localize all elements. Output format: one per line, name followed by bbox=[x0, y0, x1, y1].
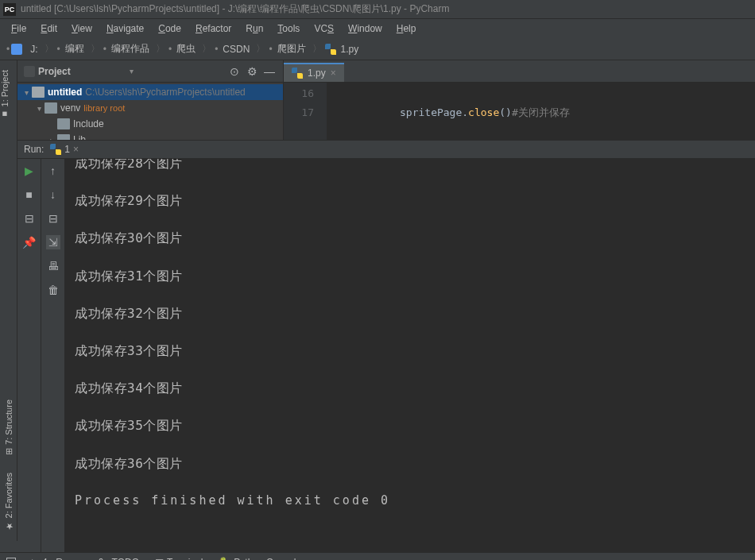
structure-tool-tab[interactable]: ⊞7: Structure bbox=[0, 393, 17, 462]
gear-icon[interactable]: ⚙ bbox=[245, 64, 259, 79]
code-editor[interactable]: 16 17 spritePage.close()#关闭并保存 ⊟print("成… bbox=[284, 83, 755, 140]
breadcrumb-disk[interactable]: J: bbox=[27, 44, 41, 55]
run-toolbar-left: ▶ ■ ⊟ 📌 bbox=[17, 159, 41, 552]
python-file-icon bbox=[50, 144, 61, 155]
line-gutter: 16 17 bbox=[284, 83, 327, 140]
breadcrumb-part[interactable]: 爬图片 bbox=[274, 42, 309, 56]
python-file-icon bbox=[292, 68, 303, 79]
console-line: 成功保存28个图片 bbox=[75, 159, 745, 171]
menu-view[interactable]: View bbox=[65, 21, 99, 36]
project-header: Project ▾ ⊙ ⚙ — bbox=[17, 60, 283, 83]
console-line: 成功保存30个图片 bbox=[75, 230, 745, 245]
console-line: 成功保存31个图片 bbox=[75, 268, 745, 284]
wrap-icon[interactable]: ⊟ bbox=[46, 211, 60, 226]
project-tree[interactable]: ▾ untitled C:\Users\lsh\PycharmProjects\… bbox=[17, 83, 283, 140]
print-icon[interactable]: 🖶 bbox=[46, 259, 60, 273]
status-run[interactable]: ▶ 4: Run bbox=[32, 557, 73, 561]
title-text: untitled [C:\Users\lsh\PycharmProjects\u… bbox=[21, 2, 449, 16]
chevron-down-icon[interactable]: ▾ bbox=[130, 67, 134, 75]
trash-icon[interactable]: 🗑 bbox=[46, 283, 60, 297]
editor-tab[interactable]: 1.py × bbox=[284, 63, 344, 82]
layout-icon[interactable]: ⊟ bbox=[22, 211, 37, 226]
breadcrumb-part[interactable]: 编程作品 bbox=[108, 42, 153, 56]
tab-label: 1.py bbox=[308, 68, 326, 79]
console-output[interactable]: 成功保存28个图片 成功保存29个图片 成功保存30个图片 成功保存31个图片 … bbox=[65, 159, 755, 552]
favorites-tool-tab[interactable]: ★2: Favorites bbox=[0, 466, 17, 538]
console-line: 成功保存29个图片 bbox=[75, 193, 745, 208]
tree-include[interactable]: Include bbox=[17, 116, 283, 132]
editor-tabs: 1.py × bbox=[284, 60, 755, 83]
tree-lib[interactable]: ▸ Lib bbox=[17, 132, 283, 140]
console-line: 成功保存32个图片 bbox=[75, 306, 745, 321]
up-icon[interactable]: ↑ bbox=[46, 164, 60, 178]
menu-refactor[interactable]: Refactor bbox=[189, 21, 238, 36]
status-terminal[interactable]: ▣ Terminal bbox=[155, 557, 203, 561]
menu-vcs[interactable]: VCS bbox=[308, 21, 340, 36]
title-bar: PC untitled [C:\Users\lsh\PycharmProject… bbox=[0, 0, 755, 19]
stop-icon[interactable]: ■ bbox=[22, 187, 37, 202]
project-panel: Project ▾ ⊙ ⚙ — ▾ untitled C:\Users\lsh\… bbox=[17, 60, 284, 140]
project-title[interactable]: Project bbox=[38, 66, 126, 77]
console-line: 成功保存35个图片 bbox=[75, 418, 745, 433]
breadcrumb-part[interactable]: CSDN bbox=[219, 44, 253, 55]
python-file-icon bbox=[325, 44, 336, 55]
run-toolbar-right: ↑ ↓ ⊟ ⇲ 🖶 🗑 bbox=[41, 159, 65, 552]
status-todo[interactable]: ≡ 6: TODO bbox=[89, 557, 139, 561]
status-python-console[interactable]: 🐍 Python Console bbox=[219, 557, 301, 561]
app-icon: PC bbox=[3, 3, 16, 16]
console-line: 成功保存34个图片 bbox=[75, 380, 745, 396]
menu-navigate[interactable]: Navigate bbox=[100, 21, 150, 36]
project-view-icon bbox=[24, 66, 35, 77]
collapse-icon[interactable]: ⊙ bbox=[227, 64, 242, 79]
breadcrumb-part[interactable]: 编程 bbox=[62, 42, 87, 56]
run-panel-body: ▶ ■ ⊟ 📌 ↑ ↓ ⊟ ⇲ 🖶 🗑 成功保存28个图片 成功保存29个图片 … bbox=[17, 159, 755, 552]
pin-icon[interactable]: 📌 bbox=[22, 235, 37, 249]
status-bar: ▶ 4: Run ≡ 6: TODO ▣ Terminal 🐍 Python C… bbox=[0, 552, 755, 560]
tree-venv[interactable]: ▾ venv library root bbox=[17, 100, 283, 116]
menu-tools[interactable]: Tools bbox=[271, 21, 306, 36]
menu-bar: File Edit View Navigate Code Refactor Ru… bbox=[0, 19, 755, 38]
code-content[interactable]: spritePage.close()#关闭并保存 ⊟print("成功保存%s个… bbox=[327, 83, 755, 140]
menu-help[interactable]: Help bbox=[390, 21, 423, 36]
menu-window[interactable]: Window bbox=[342, 21, 389, 36]
close-icon[interactable]: × bbox=[73, 144, 79, 155]
breadcrumb: • J: 〉• 编程 〉• 编程作品 〉• 爬虫 〉• CSDN 〉• 爬图片 … bbox=[0, 38, 755, 60]
status-show-icon[interactable] bbox=[6, 558, 16, 561]
down-icon[interactable]: ↓ bbox=[46, 187, 60, 202]
scroll-icon[interactable]: ⇲ bbox=[46, 235, 60, 249]
close-icon[interactable]: × bbox=[331, 68, 336, 79]
project-tool-tab[interactable]: ■1: Project bbox=[0, 64, 10, 126]
run-panel-header: Run: 1 × bbox=[17, 140, 755, 159]
menu-edit[interactable]: Edit bbox=[34, 21, 64, 36]
breadcrumb-part[interactable]: 爬虫 bbox=[173, 42, 199, 56]
console-line: 成功保存36个图片 bbox=[75, 456, 745, 471]
exit-message: Process finished with exit code 0 bbox=[75, 493, 745, 508]
disk-icon bbox=[11, 44, 22, 55]
hide-icon[interactable]: — bbox=[262, 64, 277, 79]
menu-run[interactable]: Run bbox=[239, 21, 269, 36]
editor-panel: 1.py × 16 17 spritePage.close()#关闭并保存 ⊟p… bbox=[284, 60, 755, 140]
rerun-icon[interactable]: ▶ bbox=[22, 164, 37, 178]
menu-file[interactable]: File bbox=[5, 21, 33, 36]
run-label: Run: bbox=[24, 144, 44, 155]
tree-root[interactable]: ▾ untitled C:\Users\lsh\PycharmProjects\… bbox=[17, 84, 283, 100]
left-tool-strip: ■1: Project ⊞7: Structure ★2: Favorites bbox=[0, 60, 17, 541]
breadcrumb-file[interactable]: 1.py bbox=[338, 44, 362, 55]
console-line: 成功保存33个图片 bbox=[75, 343, 745, 358]
menu-code[interactable]: Code bbox=[152, 21, 188, 36]
run-tab[interactable]: 1 × bbox=[50, 144, 79, 155]
